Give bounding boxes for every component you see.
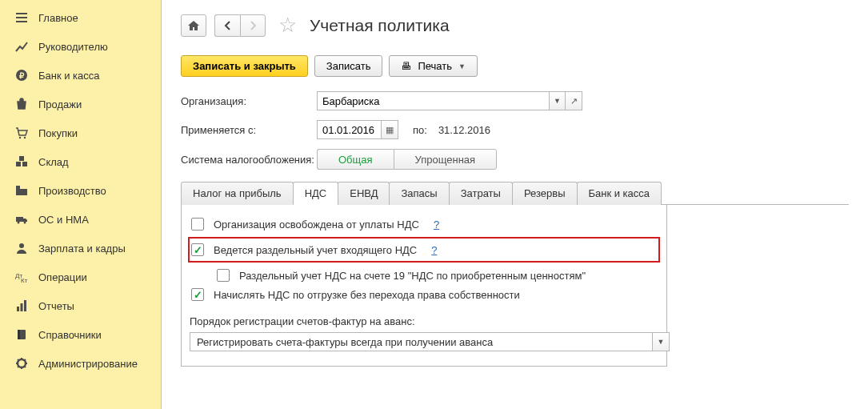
- svg-rect-5: [22, 162, 27, 166]
- tab-envd[interactable]: ЕНВД: [338, 182, 390, 205]
- sidebar-item-bank[interactable]: ₽ Банк и касса: [0, 61, 161, 90]
- sidebar-item-manager[interactable]: Руководителю: [0, 32, 161, 61]
- advance-order-label: Порядок регистрации счетов-фактур на ава…: [190, 315, 658, 327]
- calendar-icon[interactable]: ▦: [381, 120, 398, 139]
- cart-icon: [14, 126, 29, 140]
- svg-point-12: [19, 243, 24, 248]
- boxes-icon: [14, 154, 29, 169]
- svg-text:Кт: Кт: [21, 277, 28, 283]
- svg-point-3: [24, 137, 26, 138]
- main-content: ☆ Учетная политика Записать и закрыть За…: [162, 0, 868, 409]
- to-label: по:: [413, 124, 427, 136]
- chk-accrue-row: Начислять НДС по отгрузке без перехода п…: [190, 285, 658, 304]
- bag-icon: [14, 97, 29, 111]
- svg-rect-6: [19, 156, 24, 161]
- tab-profit[interactable]: Налог на прибыль: [181, 182, 294, 205]
- person-icon: [14, 241, 29, 255]
- ruble-icon: ₽: [14, 68, 29, 82]
- menu-icon: [14, 10, 29, 25]
- back-button[interactable]: [214, 14, 240, 37]
- star-icon[interactable]: ☆: [278, 13, 297, 38]
- home-button[interactable]: [181, 14, 206, 37]
- chk-exempt-row: Организация освобождена от уплаты НДС ?: [190, 215, 658, 234]
- tab-stock[interactable]: Запасы: [389, 182, 449, 205]
- tax-label: Система налогообложения:: [181, 154, 317, 166]
- svg-rect-8: [20, 189, 27, 195]
- org-row: Организация: ▼ ↗: [181, 91, 849, 110]
- tax-general-button[interactable]: Общая: [317, 149, 394, 170]
- sidebar-item-main[interactable]: Главное: [0, 3, 161, 32]
- sidebar-item-production[interactable]: Производство: [0, 176, 161, 205]
- tab-reserves[interactable]: Резервы: [512, 182, 578, 205]
- svg-rect-4: [16, 162, 21, 166]
- sidebar: Главное Руководителю ₽ Банк и касса Прод…: [0, 0, 162, 409]
- svg-rect-7: [16, 186, 20, 195]
- svg-text:₽: ₽: [19, 71, 25, 80]
- svg-rect-17: [24, 300, 26, 311]
- sidebar-item-label: Производство: [38, 185, 106, 197]
- tabs: Налог на прибыль НДС ЕНВД Запасы Затраты…: [181, 181, 849, 205]
- applies-row: Применяется с: ▦ по: 31.12.2016: [181, 120, 849, 139]
- chk-separate[interactable]: [191, 243, 204, 256]
- sidebar-item-label: Покупки: [38, 127, 78, 139]
- sidebar-item-hr[interactable]: Зарплата и кадры: [0, 234, 161, 263]
- sidebar-item-admin[interactable]: Администрирование: [0, 349, 161, 378]
- action-bar: Записать и закрыть Записать 🖶 Печать ▼: [181, 55, 849, 77]
- sidebar-item-warehouse[interactable]: Склад: [0, 147, 161, 176]
- chk-exempt-label: Организация освобождена от уплаты НДС: [214, 219, 419, 231]
- advance-order-block: Порядок регистрации счетов-фактур на ава…: [190, 315, 658, 351]
- sidebar-item-label: Операции: [38, 271, 87, 283]
- chart-icon: [14, 39, 29, 54]
- date-from-input[interactable]: [317, 120, 381, 139]
- forward-button[interactable]: [240, 14, 266, 37]
- sidebar-item-label: Справочники: [38, 329, 102, 341]
- ops-icon: ДтКт: [14, 270, 29, 284]
- title-bar: ☆ Учетная политика: [181, 13, 849, 38]
- print-button[interactable]: 🖶 Печать ▼: [389, 55, 478, 77]
- help-link[interactable]: ?: [431, 244, 437, 256]
- sidebar-item-label: Зарплата и кадры: [38, 243, 126, 255]
- sidebar-item-label: Руководителю: [38, 41, 108, 53]
- date-to: 31.12.2016: [438, 124, 490, 136]
- print-label: Печать: [418, 60, 452, 72]
- chk-separate-label: Ведется раздельный учет входящего НДС: [214, 244, 417, 256]
- help-link[interactable]: ?: [434, 219, 439, 231]
- sidebar-item-assets[interactable]: ОС и НМА: [0, 205, 161, 234]
- svg-rect-9: [16, 217, 23, 222]
- org-label: Организация:: [181, 95, 317, 107]
- org-open-button[interactable]: ↗: [565, 91, 582, 110]
- tab-bank[interactable]: Банк и касса: [577, 182, 662, 205]
- svg-rect-19: [18, 330, 20, 339]
- truck-icon: [14, 212, 29, 227]
- sidebar-item-operations[interactable]: ДтКт Операции: [0, 263, 161, 291]
- chevron-down-icon[interactable]: ▼: [652, 332, 670, 351]
- svg-rect-16: [21, 303, 23, 311]
- report-icon: [14, 299, 29, 313]
- applies-label: Применяется с:: [181, 124, 317, 136]
- tax-simple-button[interactable]: Упрощенная: [394, 149, 498, 170]
- sidebar-item-reports[interactable]: Отчеты: [0, 291, 161, 320]
- book-icon: [14, 327, 29, 342]
- tab-nds[interactable]: НДС: [293, 182, 339, 205]
- sidebar-item-sales[interactable]: Продажи: [0, 90, 161, 118]
- chk-account19[interactable]: [217, 269, 230, 282]
- svg-point-2: [19, 137, 21, 138]
- org-input[interactable]: [317, 91, 549, 110]
- chk-account19-row: Раздельный учет НДС на счете 19 "НДС по …: [190, 266, 658, 285]
- advance-order-select[interactable]: Регистрировать счета-фактуры всегда при …: [190, 332, 670, 351]
- save-close-button[interactable]: Записать и закрыть: [181, 55, 308, 77]
- nav-buttons: [214, 14, 266, 37]
- save-button[interactable]: Записать: [314, 55, 383, 77]
- svg-point-11: [24, 222, 26, 224]
- tab-costs[interactable]: Затраты: [449, 182, 513, 205]
- chk-exempt[interactable]: [191, 218, 204, 231]
- svg-point-10: [18, 222, 20, 224]
- sidebar-item-purchases[interactable]: Покупки: [0, 118, 161, 147]
- advance-order-value: Регистрировать счета-фактуры всегда при …: [190, 332, 652, 351]
- org-dropdown-button[interactable]: ▼: [549, 91, 565, 110]
- gear-icon: [14, 356, 29, 371]
- sidebar-item-catalogs[interactable]: Справочники: [0, 320, 161, 349]
- chk-accrue[interactable]: [191, 288, 204, 301]
- sidebar-item-label: Отчеты: [38, 300, 74, 312]
- chk-separate-row: Ведется раздельный учет входящего НДС ?: [188, 237, 660, 263]
